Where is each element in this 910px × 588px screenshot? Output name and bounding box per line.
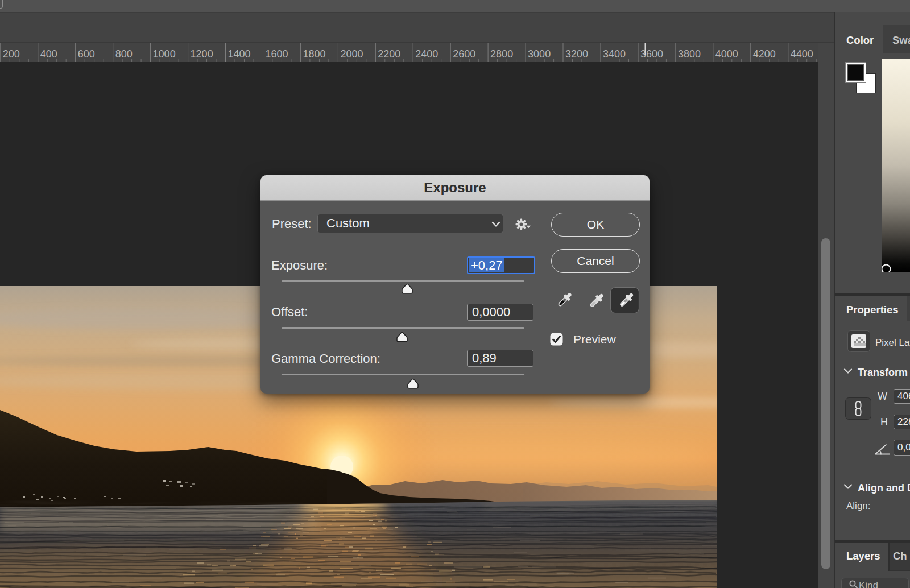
svg-text:2800: 2800 bbox=[490, 48, 513, 60]
svg-text:3600: 3600 bbox=[640, 48, 663, 60]
svg-text:800: 800 bbox=[115, 48, 133, 60]
svg-text:1200: 1200 bbox=[191, 48, 213, 60]
svg-text:2200: 2200 bbox=[378, 48, 400, 60]
svg-text:4200: 4200 bbox=[753, 48, 776, 60]
svg-text:1400: 1400 bbox=[228, 48, 251, 60]
svg-text:200: 200 bbox=[3, 48, 20, 60]
svg-text:4000: 4000 bbox=[715, 48, 738, 60]
svg-text:4400: 4400 bbox=[791, 48, 813, 60]
svg-text:3400: 3400 bbox=[603, 48, 626, 60]
svg-text:2400: 2400 bbox=[415, 48, 438, 60]
svg-text:2600: 2600 bbox=[453, 48, 475, 60]
svg-text:1800: 1800 bbox=[303, 48, 325, 60]
svg-text:1000: 1000 bbox=[153, 48, 176, 60]
svg-text:3000: 3000 bbox=[528, 48, 551, 60]
svg-text:3800: 3800 bbox=[678, 48, 701, 60]
svg-text:2000: 2000 bbox=[340, 48, 363, 60]
svg-text:1600: 1600 bbox=[266, 48, 288, 60]
svg-text:400: 400 bbox=[40, 48, 57, 60]
svg-text:3200: 3200 bbox=[565, 48, 588, 60]
svg-text:600: 600 bbox=[78, 48, 95, 60]
